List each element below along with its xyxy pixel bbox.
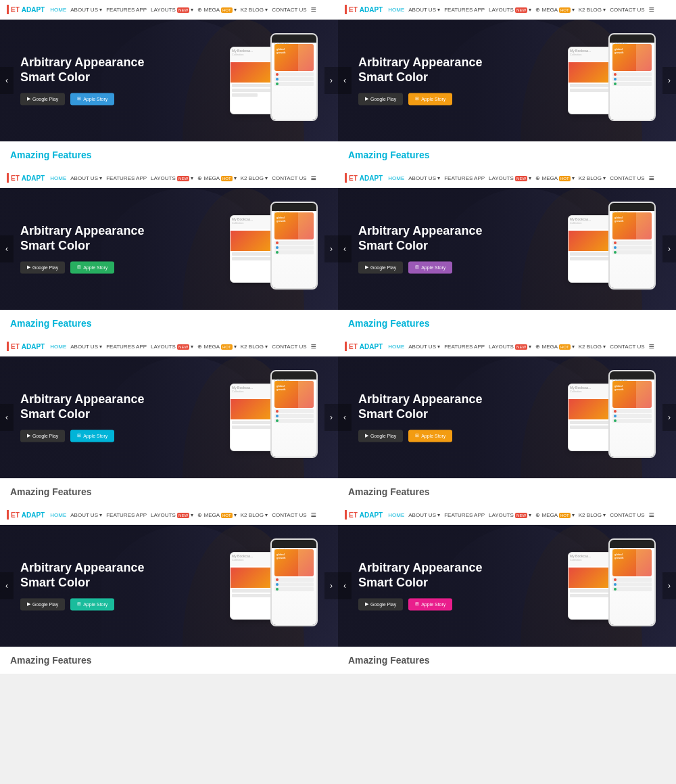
arrow-left-1[interactable]: ‹ <box>0 67 14 94</box>
hero-buttons-1: ▶ Google Play ⊞ Apple Story <box>20 93 144 106</box>
nav-contact-2[interactable]: CONTACT US <box>610 7 644 13</box>
nav-k2blog-4[interactable]: K2 BLOG ▾ <box>579 175 606 181</box>
google-play-btn-1[interactable]: ▶ Google Play <box>20 93 65 106</box>
amazing-features-title-1: Amazing Features <box>10 149 328 160</box>
hero-content-4: Arbitrary AppearanceSmart Color ▶ Google… <box>358 224 482 273</box>
nav-features-2[interactable]: FEATURES APP <box>444 7 485 13</box>
nav-k2blog-2[interactable]: K2 BLOG ▾ <box>579 7 606 13</box>
arrow-right-3[interactable]: › <box>324 235 338 262</box>
nav-features-1[interactable]: FEATURES APP <box>106 7 147 13</box>
nav-about-2[interactable]: ABOUT US ▾ <box>408 7 440 13</box>
phone-card-2: globalgrowth <box>612 44 652 71</box>
arrow-left-6[interactable]: ‹ <box>338 404 352 431</box>
phone-dot1 <box>276 73 279 76</box>
nav-contact-1[interactable]: CONTACT US <box>272 7 306 13</box>
apple-story-btn-8[interactable]: ⊞ Apple Story <box>408 599 452 611</box>
logo-7[interactable]: ET ADAPT <box>7 510 45 520</box>
hero-1: ‹ Arbitrary Appearance Smart Color ▶ Goo… <box>0 20 338 141</box>
nav-contact-3[interactable]: CONTACT US <box>272 175 306 181</box>
phone-dot2 <box>276 78 279 80</box>
hero-2: ‹ Arbitrary Appearance Smart Color ▶ Goo… <box>338 20 676 141</box>
logo-3[interactable]: ET ADAPT <box>7 173 45 183</box>
nav-features-4[interactable]: FEATURES APP <box>444 175 485 181</box>
nav-home-2[interactable]: HOME <box>388 7 404 13</box>
google-play-btn-8[interactable]: ▶ Google Play <box>358 599 403 611</box>
arrow-right-6[interactable]: › <box>662 404 676 431</box>
panel-4: ET ADAPT HOME ABOUT US ▾ FEATURES APP LA… <box>338 168 676 337</box>
apple-story-btn-2[interactable]: ⊞ Apple Story <box>408 93 452 106</box>
apple-story-btn-6[interactable]: ⊞ Apple Story <box>408 430 452 442</box>
logo-adapt-3: ADAPT <box>22 175 45 182</box>
arrow-left-2[interactable]: ‹ <box>338 67 352 94</box>
google-play-btn-4[interactable]: ▶ Google Play <box>358 262 403 274</box>
arrow-right-4[interactable]: › <box>662 235 676 262</box>
nav-about-1[interactable]: ABOUT US ▾ <box>70 7 102 13</box>
nav-features-3[interactable]: FEATURES APP <box>106 175 147 181</box>
nav-items-1: HOME ABOUT US ▾ FEATURES APP LAYOUTS NEW… <box>50 4 316 15</box>
section-title-3: Amazing Features <box>0 310 338 337</box>
logo-2[interactable]: ET ADAPT <box>345 5 383 14</box>
nav-layouts-4[interactable]: LAYOUTS NEW ▾ <box>489 175 531 181</box>
phone-row-fill <box>280 74 312 76</box>
section-title-2: Amazing Features <box>338 141 676 168</box>
arrow-left-8[interactable]: ‹ <box>338 572 352 599</box>
nav-mega-3[interactable]: ⊕ MEGA HOT ▾ <box>197 175 236 181</box>
nav-layouts-3[interactable]: LAYOUTS NEW ▾ <box>151 175 193 181</box>
nav-home-4[interactable]: HOME <box>388 175 404 181</box>
phone-panel2-row1-3 <box>232 252 272 256</box>
arrow-right-1[interactable]: › <box>324 67 338 94</box>
arrow-right-7[interactable]: › <box>324 572 338 599</box>
nav-k2blog-1[interactable]: K2 BLOG ▾ <box>241 7 268 13</box>
nav-mega-2[interactable]: ⊕ MEGA HOT ▾ <box>535 7 574 13</box>
hero-4: ‹ Arbitrary AppearanceSmart Color ▶ Goog… <box>338 188 676 310</box>
logo-6[interactable]: ET ADAPT <box>345 342 383 351</box>
hero-buttons-3: ▶ Google Play ⊞ Apple Story <box>20 262 144 274</box>
nav-menu-icon-3[interactable]: ≡ <box>311 172 316 183</box>
arrow-right-8[interactable]: › <box>662 572 676 599</box>
hero-content-3: Arbitrary Appearance Smart Color ▶ Googl… <box>20 224 144 273</box>
arrow-right-2[interactable]: › <box>662 67 676 94</box>
nav-menu-icon-1[interactable]: ≡ <box>311 4 316 15</box>
logo-1[interactable]: ET ADAPT <box>7 5 45 14</box>
logo-8[interactable]: ET ADAPT <box>345 510 383 520</box>
phone-row-fill2 <box>280 78 312 80</box>
apple-story-btn-7[interactable]: ⊞ Apple Story <box>70 599 114 611</box>
new-badge-2: NEW <box>515 7 527 13</box>
nav-layouts-2[interactable]: LAYOUTS NEW ▾ <box>489 7 531 13</box>
nav-home-3[interactable]: HOME <box>50 175 66 181</box>
nav-home-1[interactable]: HOME <box>50 7 66 13</box>
google-play-btn-3[interactable]: ▶ Google Play <box>20 262 65 274</box>
apple-story-btn-1[interactable]: ⊞ Apple Story <box>70 93 114 106</box>
apple-story-btn-4[interactable]: ⊞ Apple Story <box>408 262 452 274</box>
phone-panel2-row1-2 <box>570 84 610 87</box>
arrow-left-3[interactable]: ‹ <box>0 235 14 262</box>
nav-k2blog-3[interactable]: K2 BLOG ▾ <box>241 175 268 181</box>
nav-about-4[interactable]: ABOUT US ▾ <box>408 175 440 181</box>
arrow-left-5[interactable]: ‹ <box>0 404 14 431</box>
google-play-btn-2[interactable]: ▶ Google Play <box>358 93 403 106</box>
nav-mega-4[interactable]: ⊕ MEGA HOT ▾ <box>535 175 574 181</box>
apple-story-btn-5[interactable]: ⊞ Apple Story <box>70 430 114 442</box>
google-play-btn-7[interactable]: ▶ Google Play <box>20 599 65 611</box>
nav-home-5[interactable]: HOME <box>50 344 66 350</box>
logo-4[interactable]: ET ADAPT <box>345 173 383 183</box>
google-play-btn-5[interactable]: ▶ Google Play <box>20 430 65 442</box>
nav-contact-4[interactable]: CONTACT US <box>610 175 644 181</box>
phone-panel2-2: My Bookcas... Collection <box>568 47 612 114</box>
nav-menu-icon-4[interactable]: ≡ <box>649 172 654 183</box>
arrow-right-5[interactable]: › <box>324 404 338 431</box>
nav-about-3[interactable]: ABOUT US ▾ <box>70 175 102 181</box>
nav-menu-icon-2[interactable]: ≡ <box>649 4 654 15</box>
phone-dot-2-1 <box>614 73 617 76</box>
phone-card-img-1 <box>298 44 314 71</box>
nav-mega-1[interactable]: ⊕ MEGA HOT ▾ <box>197 7 236 13</box>
arrow-left-4[interactable]: ‹ <box>338 235 352 262</box>
phone-row3-1 <box>274 82 314 86</box>
google-play-btn-6[interactable]: ▶ Google Play <box>358 430 403 442</box>
arrow-left-7[interactable]: ‹ <box>0 572 14 599</box>
amazing-features-title-4: Amazing Features <box>348 318 666 329</box>
logo-5[interactable]: ET ADAPT <box>7 342 45 351</box>
apple-story-btn-3[interactable]: ⊞ Apple Story <box>70 262 114 274</box>
nav-layouts-1[interactable]: LAYOUTS NEW ▾ <box>151 7 193 13</box>
phone-rows-2 <box>612 72 652 86</box>
